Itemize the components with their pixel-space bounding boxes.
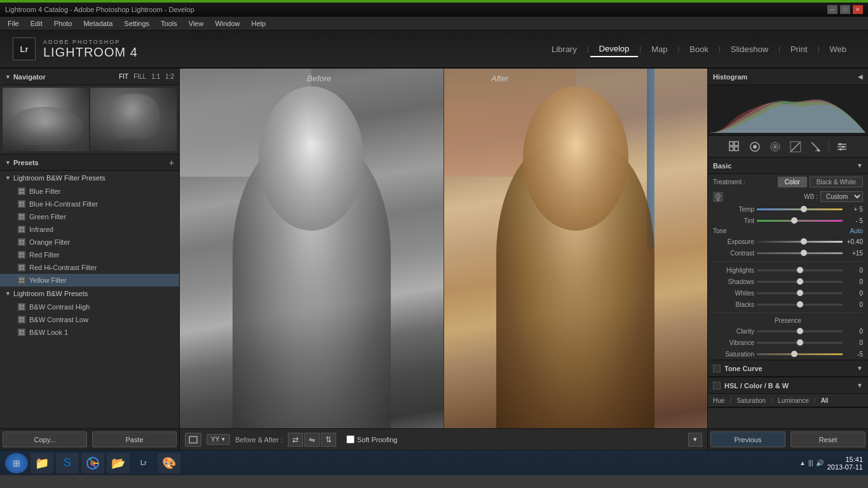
- preset-green-filter[interactable]: Green Filter: [0, 210, 179, 223]
- tab-slideshow[interactable]: Slideshow: [722, 42, 777, 57]
- preset-blue-hi-contrast[interactable]: Blue Hi-Contrast Filter: [0, 198, 179, 210]
- exposure-thumb[interactable]: [801, 238, 807, 245]
- tint-thumb[interactable]: [791, 217, 797, 224]
- yy-button[interactable]: YY ▼: [207, 434, 230, 445]
- menu-tools[interactable]: Tools: [156, 18, 182, 29]
- preset-bw-contrast-low[interactable]: B&W Contrast Low: [0, 313, 179, 326]
- contrast-thumb[interactable]: [801, 250, 807, 256]
- menu-edit[interactable]: Edit: [25, 18, 48, 29]
- histogram-collapse[interactable]: ◀: [858, 73, 863, 80]
- hsl-tab-saturation[interactable]: Saturation: [736, 397, 766, 404]
- tab-web[interactable]: Web: [821, 42, 856, 57]
- navigator-size-1-1[interactable]: 1:1: [151, 73, 160, 80]
- histogram-header[interactable]: Histogram ◀: [708, 69, 868, 85]
- basic-collapse[interactable]: ▼: [857, 162, 863, 169]
- menu-help[interactable]: Help: [247, 18, 271, 29]
- clarity-slider[interactable]: [757, 330, 843, 332]
- highlights-thumb[interactable]: [797, 267, 803, 273]
- preset-bw-contrast-high[interactable]: B&W Contrast High: [0, 301, 179, 313]
- previous-button[interactable]: Previous: [710, 431, 785, 447]
- toolbar-more-button[interactable]: ▾: [688, 433, 702, 447]
- shadows-slider[interactable]: [757, 281, 843, 283]
- whites-thumb[interactable]: [797, 290, 803, 296]
- preset-infrared[interactable]: Infrared: [0, 223, 179, 236]
- preset-blue-filter[interactable]: Blue Filter: [0, 185, 179, 198]
- preset-yellow-filter[interactable]: Yellow Filter: [0, 274, 179, 287]
- vibrance-thumb[interactable]: [797, 339, 803, 346]
- saturation-thumb[interactable]: [791, 351, 797, 357]
- navigator-thumb-2[interactable]: [90, 88, 177, 151]
- sliders-tool-icon[interactable]: [834, 139, 850, 154]
- hsl-tab-luminance[interactable]: Luminance: [778, 397, 809, 404]
- preset-bw-look1[interactable]: B&W Look 1: [0, 326, 179, 339]
- start-button[interactable]: ⊞: [5, 453, 28, 473]
- swap-orientation[interactable]: ⇅: [321, 433, 336, 447]
- tint-slider[interactable]: [757, 220, 843, 222]
- navigator-header[interactable]: ▼ Navigator FIT FILL 1:1 1:2: [0, 69, 179, 85]
- tab-map[interactable]: Map: [642, 42, 676, 57]
- soft-proofing-checkbox[interactable]: [346, 435, 355, 444]
- menu-metadata[interactable]: Metadata: [78, 18, 118, 29]
- copy-button[interactable]: Copy...: [3, 431, 87, 447]
- wb-dropdown[interactable]: Custom Auto Daylight Cloudy: [820, 191, 863, 202]
- preset-orange-filter[interactable]: Orange Filter: [0, 236, 179, 248]
- maximize-button[interactable]: □: [840, 5, 850, 14]
- tab-develop[interactable]: Develop: [590, 41, 639, 57]
- taskbar-paint-icon[interactable]: 🎨: [158, 453, 180, 473]
- reset-button[interactable]: Reset: [790, 431, 865, 447]
- vibrance-slider[interactable]: [757, 342, 843, 344]
- taskbar-folder-icon[interactable]: 📂: [107, 453, 130, 473]
- presets-add-button[interactable]: +: [169, 158, 174, 168]
- after-photo[interactable]: [444, 69, 708, 428]
- hsl-tab-hue[interactable]: Hue: [713, 397, 724, 404]
- preset-group-bw-header[interactable]: ▼ Lightroom B&W Presets: [0, 287, 179, 301]
- hsl-checkbox[interactable]: [713, 382, 721, 390]
- menu-file[interactable]: File: [3, 18, 24, 29]
- tab-library[interactable]: Library: [543, 42, 586, 57]
- swap-before-after[interactable]: ⇄: [288, 433, 303, 447]
- taskbar-chrome-icon[interactable]: [81, 453, 104, 473]
- shadows-thumb[interactable]: [797, 278, 803, 285]
- whites-slider[interactable]: [757, 292, 843, 294]
- blacks-slider[interactable]: [757, 304, 843, 306]
- auto-button[interactable]: Auto: [850, 227, 863, 234]
- hsl-tab-all[interactable]: All: [821, 397, 828, 404]
- bw-treatment-button[interactable]: Black & White: [810, 177, 863, 187]
- navigator-size-fit[interactable]: FIT: [119, 73, 128, 80]
- navigator-size-fill[interactable]: FILL: [133, 73, 146, 80]
- brush-tool-icon[interactable]: [808, 139, 824, 154]
- menu-settings[interactable]: Settings: [119, 18, 154, 29]
- taskbar-explorer-icon[interactable]: 📁: [31, 453, 53, 473]
- tab-book[interactable]: Book: [681, 42, 717, 57]
- menu-view[interactable]: View: [184, 18, 209, 29]
- temp-thumb[interactable]: [801, 206, 807, 212]
- menu-photo[interactable]: Photo: [49, 18, 78, 29]
- hsl-collapse[interactable]: ▼: [857, 382, 863, 389]
- eyedropper-tool[interactable]: [713, 192, 723, 202]
- minimize-button[interactable]: ─: [827, 5, 837, 14]
- blacks-thumb[interactable]: [797, 301, 803, 308]
- hsl-header[interactable]: HSL / Color / B & W ▼: [708, 377, 868, 394]
- taskbar-lightroom-icon[interactable]: Lr: [132, 453, 155, 473]
- navigator-size-1-2[interactable]: 1:2: [165, 73, 174, 80]
- close-button[interactable]: ✕: [853, 5, 863, 14]
- clarity-thumb[interactable]: [797, 328, 803, 334]
- color-treatment-button[interactable]: Color: [778, 177, 807, 187]
- presets-header[interactable]: ▼ Presets +: [0, 154, 179, 171]
- paste-button[interactable]: Paste: [92, 431, 177, 447]
- before-photo[interactable]: [180, 69, 444, 428]
- grid-tool-icon[interactable]: [727, 139, 742, 154]
- tone-curve-checkbox[interactable]: [713, 365, 721, 372]
- basic-header[interactable]: Basic ▼: [708, 158, 868, 174]
- tone-curve-tool-icon[interactable]: [788, 139, 803, 154]
- target-tool-icon[interactable]: [768, 139, 783, 154]
- copy-settings-left[interactable]: ⇋: [304, 433, 320, 447]
- preset-red-hi-contrast[interactable]: Red Hi-Contrast Filter: [0, 261, 179, 274]
- circle-tool-icon[interactable]: [747, 139, 763, 154]
- single-view-button[interactable]: [185, 433, 201, 447]
- temp-slider[interactable]: [757, 208, 843, 210]
- menu-window[interactable]: Window: [210, 18, 245, 29]
- exposure-slider[interactable]: [757, 241, 843, 243]
- tone-curve-collapse[interactable]: ▼: [857, 365, 863, 372]
- preset-group-bw-filter-header[interactable]: ▼ Lightroom B&W Filter Presets: [0, 171, 179, 185]
